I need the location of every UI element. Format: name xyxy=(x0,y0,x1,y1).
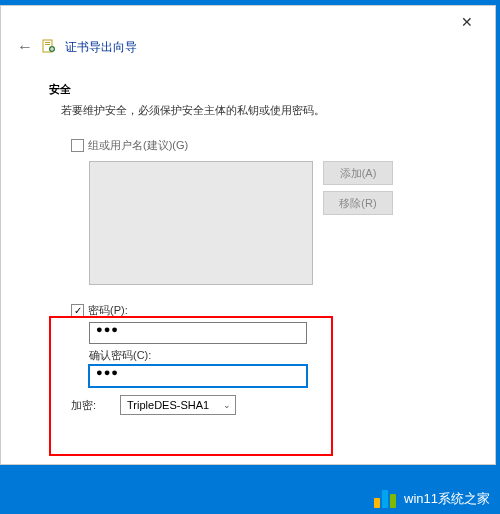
wizard-header: ← 证书导出向导 xyxy=(1,38,495,64)
svg-rect-2 xyxy=(45,44,50,45)
watermark-logo-icon xyxy=(374,490,396,508)
encryption-dropdown[interactable]: TripleDES-SHA1 ⌄ xyxy=(120,395,236,415)
password-input[interactable]: ●●● xyxy=(89,322,307,344)
wizard-title: 证书导出向导 xyxy=(65,39,137,56)
wizard-content: 安全 若要维护安全，必须保护安全主体的私钥或使用密码。 组或用户名(建议)(G)… xyxy=(1,64,495,415)
close-icon: ✕ xyxy=(461,14,473,30)
remove-button-label: 移除(R) xyxy=(339,196,376,211)
watermark-url: www.relsound.com xyxy=(369,444,495,460)
security-heading: 安全 xyxy=(49,82,459,97)
password-section: 密码(P): ●●● 确认密码(C): ●●● 加密: TripleDES-SH… xyxy=(49,299,459,415)
back-arrow-icon[interactable]: ← xyxy=(17,38,33,56)
watermark: win11系统之家 xyxy=(374,490,490,508)
add-button[interactable]: 添加(A) xyxy=(323,161,393,185)
password-checkbox[interactable] xyxy=(71,304,84,317)
password-label: 密码(P): xyxy=(88,303,128,318)
group-users-option: 组或用户名(建议)(G) xyxy=(49,138,459,153)
password-option: 密码(P): xyxy=(71,303,459,318)
group-users-label: 组或用户名(建议)(G) xyxy=(88,138,188,153)
users-area: 添加(A) 移除(R) xyxy=(49,161,459,285)
certificate-wizard-icon xyxy=(41,39,57,55)
encryption-label: 加密: xyxy=(71,398,96,413)
export-wizard-dialog: ✕ ← 证书导出向导 安全 若要维护安全，必须保护安全主体的私钥或使用密码。 组… xyxy=(0,5,496,465)
confirm-password-value: ●●● xyxy=(96,366,119,378)
users-buttons: 添加(A) 移除(R) xyxy=(323,161,393,285)
encryption-row: 加密: TripleDES-SHA1 ⌄ xyxy=(71,395,459,415)
close-button[interactable]: ✕ xyxy=(447,8,487,36)
add-button-label: 添加(A) xyxy=(340,166,377,181)
confirm-password-input[interactable]: ●●● xyxy=(89,365,307,387)
encryption-selected: TripleDES-SHA1 xyxy=(127,399,209,411)
group-users-checkbox[interactable] xyxy=(71,139,84,152)
svg-rect-1 xyxy=(45,42,50,43)
remove-button[interactable]: 移除(R) xyxy=(323,191,393,215)
watermark-text: win11系统之家 xyxy=(404,490,490,508)
confirm-password-label: 确认密码(C): xyxy=(89,348,459,363)
users-listbox[interactable] xyxy=(89,161,313,285)
password-value: ●●● xyxy=(96,323,119,335)
chevron-down-icon: ⌄ xyxy=(223,400,231,410)
security-description: 若要维护安全，必须保护安全主体的私钥或使用密码。 xyxy=(49,103,459,118)
titlebar: ✕ xyxy=(1,6,495,38)
